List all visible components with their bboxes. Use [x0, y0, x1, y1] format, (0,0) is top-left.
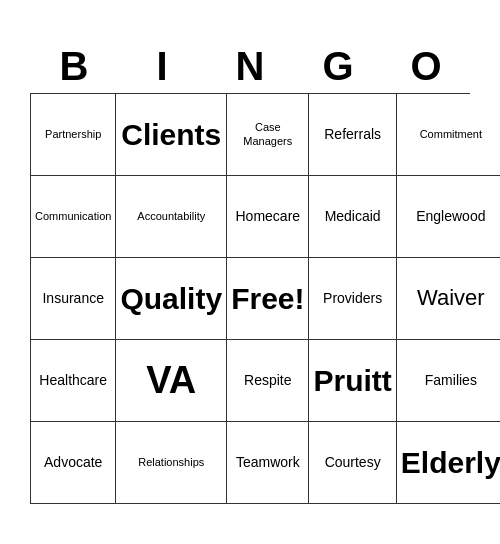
- bingo-cell: Teamwork: [227, 422, 309, 504]
- header-letter: G: [294, 40, 382, 93]
- bingo-cell: Case Managers: [227, 94, 309, 176]
- bingo-cell: Pruitt: [309, 340, 396, 422]
- cell-text: Commitment: [420, 128, 482, 141]
- bingo-cell: Referrals: [309, 94, 396, 176]
- bingo-grid: PartnershipClientsCase ManagersReferrals…: [30, 93, 470, 504]
- bingo-cell: VA: [116, 340, 227, 422]
- cell-text: Waiver: [417, 285, 485, 311]
- cell-text: Case Managers: [231, 121, 304, 147]
- cell-text: Families: [425, 372, 477, 389]
- cell-text: Courtesy: [325, 454, 381, 471]
- header-letter: O: [382, 40, 470, 93]
- bingo-cell: Medicaid: [309, 176, 396, 258]
- bingo-header: BINGO: [30, 40, 470, 93]
- cell-text: Accountability: [137, 210, 205, 223]
- bingo-cell: Courtesy: [309, 422, 396, 504]
- header-letter: I: [118, 40, 206, 93]
- cell-text: Partnership: [45, 128, 101, 141]
- bingo-cell: Commitment: [397, 94, 500, 176]
- cell-text: Clients: [121, 117, 221, 153]
- bingo-cell: Advocate: [31, 422, 116, 504]
- cell-text: Communication: [35, 210, 111, 223]
- cell-text: Relationships: [138, 456, 204, 469]
- cell-text: Providers: [323, 290, 382, 307]
- cell-text: Advocate: [44, 454, 102, 471]
- bingo-cell: Respite: [227, 340, 309, 422]
- bingo-cell: Quality: [116, 258, 227, 340]
- cell-text: Healthcare: [39, 372, 107, 389]
- bingo-cell: Homecare: [227, 176, 309, 258]
- header-letter: B: [30, 40, 118, 93]
- bingo-cell: Elderly: [397, 422, 500, 504]
- bingo-cell: Accountability: [116, 176, 227, 258]
- cell-text: Elderly: [401, 445, 500, 481]
- cell-text: VA: [146, 358, 196, 404]
- bingo-cell: Communication: [31, 176, 116, 258]
- bingo-cell: Clients: [116, 94, 227, 176]
- bingo-cell: Partnership: [31, 94, 116, 176]
- bingo-cell: Providers: [309, 258, 396, 340]
- bingo-card: BINGO PartnershipClientsCase ManagersRef…: [20, 30, 480, 514]
- bingo-cell: Relationships: [116, 422, 227, 504]
- cell-text: Medicaid: [325, 208, 381, 225]
- bingo-cell: Free!: [227, 258, 309, 340]
- cell-text: Teamwork: [236, 454, 300, 471]
- bingo-cell: Healthcare: [31, 340, 116, 422]
- cell-text: Pruitt: [313, 363, 391, 399]
- cell-text: Englewood: [416, 208, 485, 225]
- cell-text: Insurance: [42, 290, 103, 307]
- header-letter: N: [206, 40, 294, 93]
- bingo-cell: Waiver: [397, 258, 500, 340]
- bingo-cell: Families: [397, 340, 500, 422]
- cell-text: Homecare: [236, 208, 301, 225]
- cell-text: Referrals: [324, 126, 381, 143]
- cell-text: Quality: [120, 281, 222, 317]
- bingo-cell: Insurance: [31, 258, 116, 340]
- cell-text: Respite: [244, 372, 291, 389]
- cell-text: Free!: [231, 281, 304, 317]
- bingo-cell: Englewood: [397, 176, 500, 258]
